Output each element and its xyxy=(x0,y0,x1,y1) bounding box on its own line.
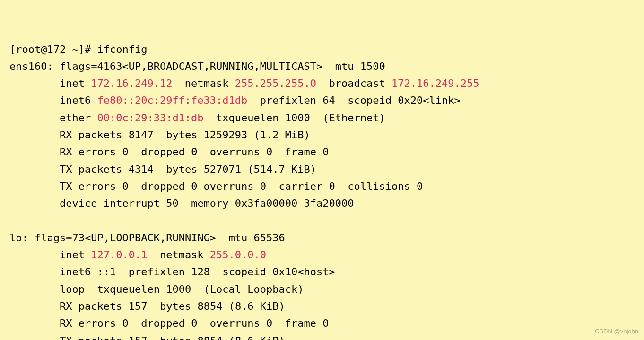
iface-ens160-ether: ether 00:0c:29:33:d1:db txqueuelen 1000 … xyxy=(9,112,385,124)
iface-ens160-inet: inet 172.16.249.12 netmask 255.255.255.0… xyxy=(9,77,479,89)
iface-ens160-rx-packets: RX packets 8147 bytes 1259293 (1.2 MiB) xyxy=(9,129,310,141)
shell-prompt: [root@172 ~]# xyxy=(9,43,97,55)
iface-lo-inet6: inet6 ::1 prefixlen 128 scopeid 0x10<hos… xyxy=(9,266,335,278)
iface-ens160-tx-errors: TX errors 0 dropped 0 overruns 0 carrier… xyxy=(9,180,423,192)
iface-lo-inet: inet 127.0.0.1 netmask 255.0.0.0 xyxy=(9,249,266,261)
iface-lo-header: lo: flags=73<UP,LOOPBACK,RUNNING> mtu 65… xyxy=(9,232,285,244)
iface-lo-rx-packets: RX packets 157 bytes 8854 (8.6 KiB) xyxy=(9,300,285,312)
iface-lo-rx-errors: RX errors 0 dropped 0 overruns 0 frame 0 xyxy=(9,317,329,329)
iface-ens160-device: device interrupt 50 memory 0x3fa00000-3f… xyxy=(9,197,366,209)
watermark: CSDN @vnjohn xyxy=(595,326,638,336)
iface-lo-loop: loop txqueuelen 1000 (Local Loopback) xyxy=(9,283,304,295)
iface-lo-tx-packets: TX packets 157 bytes 8854 (8.6 KiB) xyxy=(9,335,285,340)
iface-ens160-inet6: inet6 fe80::20c:29ff:fe33:d1db prefixlen… xyxy=(9,94,461,106)
iface-ens160-tx-packets: TX packets 4314 bytes 527071 (514.7 KiB) xyxy=(9,163,316,175)
iface-ens160-header: ens160: flags=4163<UP,BROADCAST,RUNNING,… xyxy=(9,60,385,72)
terminal-output: [root@172 ~]# ifconfig ens160: flags=416… xyxy=(9,41,635,340)
command-text: ifconfig xyxy=(97,43,147,55)
iface-ens160-rx-errors: RX errors 0 dropped 0 overruns 0 frame 0 xyxy=(9,146,329,158)
